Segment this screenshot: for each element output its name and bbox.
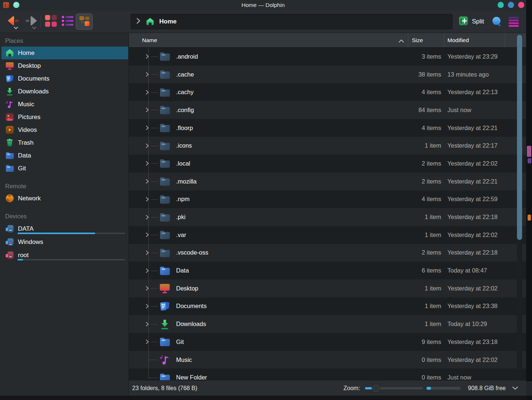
folder-icon	[159, 371, 171, 380]
expand-chevron-icon[interactable]	[145, 107, 149, 112]
scrollbar-thumb[interactable]	[517, 35, 522, 240]
breadcrumb-home[interactable]: Home	[159, 18, 176, 25]
desktop-icon	[5, 61, 15, 71]
table-row[interactable]: .pki1 itemYesterday at 22:18	[129, 208, 526, 226]
sidebar-item-pictures[interactable]: Pictures	[1, 111, 128, 123]
file-modified: Just now	[447, 374, 505, 380]
disk-usage-bar	[18, 259, 125, 260]
split-button[interactable]: Split	[458, 14, 484, 29]
breadcrumb-chevron-icon[interactable]	[136, 18, 141, 26]
expand-chevron-icon[interactable]	[145, 143, 149, 148]
section-title-devices: Devices	[0, 205, 129, 222]
table-row[interactable]: .cache38 items13 minutes ago	[129, 66, 526, 84]
sidebar-item-windows[interactable]: Windows	[1, 236, 128, 248]
window-close-button[interactable]	[518, 2, 524, 8]
table-row[interactable]: .vscode-oss2 itemsYesterday at 22:18	[129, 244, 526, 262]
zoom-slider-handle[interactable]	[372, 384, 380, 393]
file-size: 2 items	[401, 160, 441, 167]
column-header-modified[interactable]: Modified	[444, 33, 505, 47]
music-icon	[5, 99, 15, 109]
back-button[interactable]	[4, 12, 21, 32]
zoom-slider[interactable]	[365, 387, 423, 389]
table-row[interactable]: New Folder0 itemsJust now	[129, 368, 526, 380]
expand-chevron-icon[interactable]	[145, 72, 149, 77]
table-row[interactable]: .icons1 itemYesterday at 22:17	[129, 137, 526, 155]
file-modified: Yesterday at 22:21	[447, 125, 505, 132]
file-name: .cachy	[176, 89, 401, 96]
sidebar-item-desktop[interactable]: Desktop	[1, 59, 128, 72]
sidebar-item-home[interactable]: Home	[1, 47, 128, 59]
background-fragment	[526, 382, 532, 396]
table-row[interactable]: .npm4 itemsYesterday at 22:59	[129, 190, 526, 208]
table-row[interactable]: .local2 itemsYesterday at 22:02	[129, 155, 526, 173]
location-bar[interactable]: Home	[131, 14, 453, 29]
expand-chevron-icon[interactable]	[145, 286, 149, 291]
table-row[interactable]: Desktop1 itemYesterday at 22:02	[129, 279, 526, 297]
search-button[interactable]	[491, 16, 502, 27]
sidebar-item-label: Desktop	[18, 62, 41, 70]
sidebar-item-trash[interactable]: Trash	[1, 136, 128, 149]
column-header-size[interactable]: Size	[408, 33, 444, 47]
expand-chevron-icon[interactable]	[145, 125, 149, 130]
forward-button[interactable]	[23, 12, 40, 32]
table-row[interactable]: .mozilla2 itemsYesterday at 22:21	[129, 173, 526, 190]
sidebar-item-network[interactable]: Network	[1, 192, 128, 205]
file-name: .floorp	[176, 125, 401, 132]
column-header-name[interactable]: Name	[129, 33, 408, 47]
table-row[interactable]: .cachy4 itemsYesterday at 22:13	[129, 83, 526, 101]
drive-root-icon	[5, 250, 15, 260]
sort-ascending-icon	[398, 38, 404, 44]
menu-button[interactable]	[508, 16, 519, 27]
file-name: .config	[176, 107, 401, 114]
expand-chevron-icon[interactable]	[145, 304, 149, 309]
vertical-scrollbar[interactable]	[517, 35, 522, 379]
table-row[interactable]: .android3 itemsYesterday at 23:29	[129, 48, 526, 66]
forward-history-chevron-icon[interactable]	[32, 25, 37, 31]
file-modified: Yesterday at 23:29	[447, 53, 505, 60]
table-row[interactable]: .config84 itemsJust now	[129, 101, 526, 119]
expand-chevron-icon[interactable]	[145, 215, 149, 220]
sidebar-item-data[interactable]: DATA	[1, 222, 128, 236]
icons-view-button[interactable]	[43, 14, 59, 30]
expand-chevron-icon[interactable]	[145, 250, 149, 255]
file-name: Documents	[176, 303, 401, 310]
expand-chevron-icon[interactable]	[145, 197, 149, 202]
sidebar-item-music[interactable]: Music	[1, 98, 128, 111]
table-row[interactable]: Music0 itemsYesterday at 22:02	[129, 351, 526, 369]
table-row[interactable]: .var1 itemYesterday at 22:02	[129, 226, 526, 244]
table-row[interactable]: Documents1 itemYesterday at 23:38	[129, 297, 526, 315]
table-row[interactable]: Downloads1 itemToday at 10:29	[129, 315, 526, 333]
sidebar-item-root[interactable]: root	[1, 248, 128, 262]
table-row[interactable]: Git9 itemsYesterday at 23:18	[129, 333, 526, 351]
file-size: 4 items	[401, 125, 441, 132]
expand-chevron-icon[interactable]	[145, 179, 149, 184]
expand-chevron-icon[interactable]	[145, 322, 149, 327]
sidebar-item-videos[interactable]: Videos	[1, 123, 128, 136]
section-title-places: Places	[0, 33, 129, 47]
table-row[interactable]: Data6 itemsToday at 08:47	[129, 262, 526, 279]
table-row[interactable]: .floorp4 itemsYesterday at 22:21	[129, 119, 526, 137]
places-panel: PlacesHomeDesktopDocumentsDownloadsMusic…	[0, 33, 129, 396]
sidebar-item-documents[interactable]: Documents	[1, 72, 128, 85]
folder-hidden-icon	[159, 229, 171, 241]
details-view-button[interactable]	[60, 14, 76, 30]
expand-chevron-icon[interactable]	[145, 339, 149, 344]
tree-view-button[interactable]	[76, 14, 93, 30]
sidebar-item-git[interactable]: Git	[1, 162, 128, 175]
back-history-chevron-icon[interactable]	[14, 25, 18, 31]
sidebar-item-downloads[interactable]: Downloads	[1, 85, 128, 98]
expand-chevron-icon[interactable]	[145, 90, 149, 95]
free-space-menu-chevron-icon[interactable]	[512, 385, 518, 392]
file-name: .local	[176, 160, 401, 167]
window-minimize-button[interactable]	[498, 2, 504, 8]
section-title-remote: Remote	[0, 175, 129, 192]
expand-chevron-icon[interactable]	[145, 232, 149, 237]
column-header-row: Name Size Modified	[129, 33, 526, 48]
trash-icon	[5, 138, 15, 148]
expand-chevron-icon[interactable]	[145, 161, 149, 166]
window-maximize-button[interactable]	[508, 2, 514, 8]
sidebar-item-data[interactable]: Data	[1, 149, 128, 162]
home-icon	[145, 17, 155, 26]
expand-chevron-icon[interactable]	[145, 54, 149, 59]
expand-chevron-icon[interactable]	[145, 268, 149, 273]
